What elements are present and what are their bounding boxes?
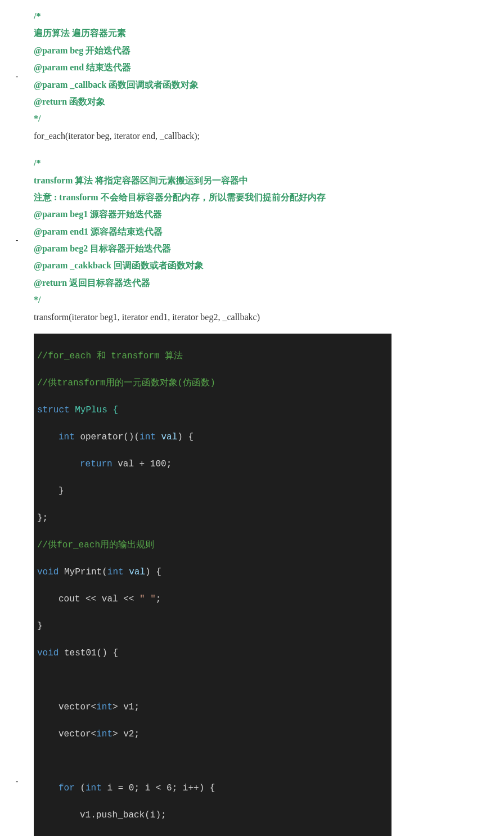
keyword-return: return (80, 459, 112, 469)
bullet-dash: - (0, 777, 34, 786)
doc-line: transform 算法 将指定容器区间元素搬运到另一容器中 (34, 172, 467, 189)
code-comment: //供for_each用的输出规则 (37, 540, 154, 550)
keyword-int: int (86, 783, 102, 793)
doc-line: @param _cakkback 回调函数或者函数对象 (34, 257, 467, 274)
code-editor: //for_each 和 transform 算法 //供transform用的… (34, 334, 392, 836)
doc-line: @param beg 开始迭代器 (34, 42, 467, 59)
block1-wrap: - /* 遍历算法 遍历容器元素 @param beg 开始迭代器 @param… (0, 6, 504, 147)
code-text: > v2; (112, 729, 140, 739)
code-text: vector< (58, 729, 96, 739)
keyword-struct: struct (37, 405, 70, 415)
comment-close: */ (34, 110, 467, 127)
code-text: ( (75, 783, 86, 793)
doc-line: @param beg1 源容器开始迭代器 (34, 206, 467, 223)
code-text: ; (156, 594, 161, 604)
code-brace: }; (37, 513, 48, 523)
for-each-signature: for_each(iterator beg, iterator end, _ca… (34, 128, 467, 145)
block3-wrap: - //for_each 和 transform 算法 //供transform… (0, 334, 504, 836)
for-each-doc: /* 遍历算法 遍历容器元素 @param beg 开始迭代器 @param e… (34, 6, 467, 147)
code-text: vector< (58, 702, 96, 712)
code-text: MyPrint( (58, 567, 107, 577)
code-text: ) { (145, 567, 161, 577)
comment-close: */ (34, 291, 467, 308)
transform-signature: transform(iterator beg1, iterator end1, … (34, 309, 467, 326)
doc-line: @return 函数对象 (34, 93, 467, 110)
keyword-void: void (37, 648, 58, 658)
doc-line: @param end1 源容器结束迭代器 (34, 223, 467, 240)
type-name: MyPlus { (70, 405, 118, 415)
keyword-for: for (58, 783, 75, 793)
code-comment: //for_each 和 transform 算法 (37, 351, 183, 361)
code-text: > v1; (112, 702, 140, 712)
block2-wrap: - /* transform 算法 将指定容器区间元素搬运到另一容器中 注意 :… (0, 152, 504, 328)
bullet-dash: - (0, 236, 34, 245)
keyword-int: int (107, 567, 124, 577)
keyword-int: int (96, 729, 112, 739)
param: val (156, 432, 177, 442)
doc-line: @param beg2 目标容器开始迭代器 (34, 240, 467, 257)
code-brace: } (37, 621, 43, 631)
doc-line: @param _callback 函数回调或者函数对象 (34, 77, 467, 93)
code-text: v1.push_back(i); (80, 810, 166, 820)
doc-line: @param end 结束迭代器 (34, 59, 467, 76)
doc-line: @return 返回目标容器迭代器 (34, 275, 467, 291)
keyword-int: int (96, 702, 112, 712)
keyword-void: void (37, 567, 58, 577)
code-text: i = 0; i < 6; i++) { (102, 783, 215, 793)
code-text: cout << val << (58, 594, 140, 604)
doc-line: 注意 : transform 不会给目标容器分配内存，所以需要我们提前分配好内存 (34, 189, 467, 206)
page-container: - /* 遍历算法 遍历容器元素 @param beg 开始迭代器 @param… (0, 0, 504, 836)
keyword-int: int (58, 432, 75, 442)
code-text: val + 100; (112, 459, 172, 469)
code-comment: //供transform用的一元函数对象(仿函数) (37, 378, 215, 388)
code-text: test01() { (58, 648, 118, 658)
code-text: operator()( (75, 432, 140, 442)
keyword-int: int (140, 432, 156, 442)
param: val (124, 567, 145, 577)
transform-doc: /* transform 算法 将指定容器区间元素搬运到另一容器中 注意 : t… (34, 152, 467, 328)
bullet-dash: - (0, 72, 34, 81)
comment-open: /* (34, 8, 467, 25)
string-literal: " " (140, 594, 156, 604)
code-brace: } (58, 486, 64, 496)
comment-open: /* (34, 155, 467, 172)
code-text: ) { (177, 432, 194, 442)
doc-line: 遍历算法 遍历容器元素 (34, 25, 467, 42)
